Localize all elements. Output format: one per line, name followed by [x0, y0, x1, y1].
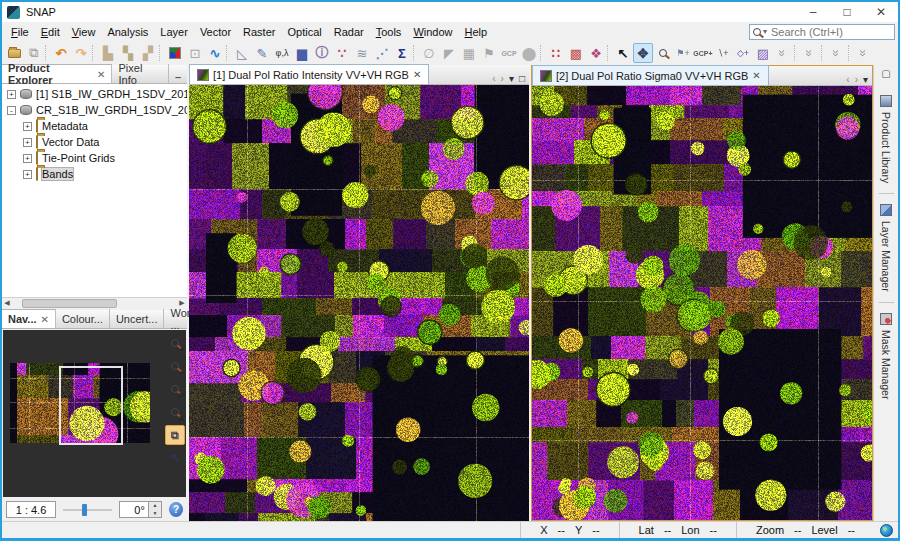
menu-tools[interactable]: Tools	[370, 24, 408, 40]
histogram-icon[interactable]: ▆	[292, 43, 312, 63]
mask-draw-icon[interactable]: ✎	[252, 43, 272, 63]
mask-overlay-icon[interactable]: ⬤	[519, 43, 539, 63]
overflow-icon[interactable]: »	[827, 43, 847, 63]
session-save-icon[interactable]: ▚	[118, 43, 138, 63]
spectrum-icon[interactable]: ≋	[352, 43, 372, 63]
redo-icon[interactable]: ↷	[71, 43, 91, 63]
close-tab-icon[interactable]: ✕	[752, 70, 760, 81]
search-dropdown-icon[interactable]: ▾	[763, 27, 767, 36]
restore-window-icon[interactable]: ▢	[881, 68, 890, 79]
session-close-icon[interactable]: ▞	[138, 43, 158, 63]
undo-icon[interactable]: ↶	[51, 43, 71, 63]
navigation-view-rectangle[interactable]	[59, 366, 123, 445]
profile-plot-icon[interactable]: ⋰	[372, 43, 392, 63]
image-view-1-canvas[interactable]	[189, 85, 529, 521]
close-button[interactable]: ✕	[864, 2, 898, 22]
menu-layer[interactable]: Layer	[154, 24, 194, 40]
select-tool-icon[interactable]: ↖	[613, 43, 633, 63]
menu-optical[interactable]: Optical	[281, 24, 327, 40]
line-tool-icon[interactable]: ∖+	[713, 43, 733, 63]
rectangle-tool-icon[interactable]: ▨	[753, 43, 773, 63]
scroll-left-arrow-icon[interactable]: ◀	[2, 299, 12, 307]
nav-tab-uncert[interactable]: Uncert...	[110, 309, 165, 328]
open-product-icon[interactable]	[4, 43, 24, 63]
dock-tab-mask-manager[interactable]: Mask Manager	[880, 305, 892, 407]
zoom-tool-icon[interactable]	[653, 43, 673, 63]
menu-radar[interactable]: Radar	[328, 24, 370, 40]
minimize-button[interactable]: –	[796, 2, 830, 22]
menu-edit[interactable]: Edit	[35, 24, 66, 40]
menu-file[interactable]: File	[5, 24, 35, 40]
nav-tab-colour[interactable]: Colour...	[56, 309, 110, 328]
help-button[interactable]: ?	[169, 502, 183, 517]
minimize-panel-icon[interactable]: –	[169, 71, 187, 83]
geometry-plot-icon[interactable]: ◺	[232, 43, 252, 63]
scroll-left-icon[interactable]: ‹	[846, 74, 849, 85]
explorer-tab-pixelinfo[interactable]: Pixel Info	[112, 64, 168, 83]
gcp-overlay-icon[interactable]: GCP	[499, 43, 519, 63]
menu-raster[interactable]: Raster	[237, 24, 281, 40]
session-open-icon[interactable]: ▙	[98, 43, 118, 63]
pin-overlay-icon[interactable]: ⚑	[479, 43, 499, 63]
scroll-left-icon[interactable]: ‹	[492, 73, 495, 84]
image-view-2-canvas[interactable]	[532, 86, 872, 520]
sync-views-button[interactable]: ⧉	[165, 425, 185, 445]
zoom-all-button[interactable]: A	[165, 402, 185, 422]
pan-tool-icon[interactable]: ✥	[633, 43, 653, 63]
open-image-view-icon[interactable]: ⊡	[185, 43, 205, 63]
tab-list-icon[interactable]: ▾	[509, 73, 514, 84]
open-rgb-image-icon[interactable]	[165, 43, 185, 63]
search-input[interactable]	[769, 25, 891, 39]
expand-icon[interactable]: +	[23, 154, 32, 163]
close-tab-icon[interactable]: ✕	[97, 69, 105, 80]
snap-to-vertex-icon[interactable]: ∷	[546, 43, 566, 63]
sync-cursor-button[interactable]: ↖	[165, 448, 185, 468]
close-tab-icon[interactable]: ✕	[41, 314, 49, 325]
wave-tool-icon[interactable]: ∿	[205, 43, 225, 63]
collapse-icon[interactable]: -	[7, 106, 16, 115]
zoom-pixel-button[interactable]: P	[165, 379, 185, 399]
zoom-in-button[interactable]: +	[165, 333, 185, 353]
menu-help[interactable]: Help	[459, 24, 494, 40]
polygon-tool-icon[interactable]: ◇+	[733, 43, 753, 63]
menu-vector[interactable]: Vector	[194, 24, 237, 40]
tree-row[interactable]: +[1] S1B_IW_GRDH_1SDV_20180828T153539_	[2, 86, 187, 102]
expand-icon[interactable]: +	[23, 122, 32, 131]
pin-tool-icon[interactable]: ⚑+	[673, 43, 693, 63]
tree-row[interactable]: +Bands	[2, 166, 187, 182]
view1-tab[interactable]: [1] Dual Pol Ratio Intensity VV+VH RGB ✕	[189, 64, 429, 84]
view2-tab[interactable]: [2] Dual Pol Ratio Sigma0 VV+VH RGB ✕	[532, 65, 769, 85]
overflow-icon[interactable]: »	[854, 43, 874, 63]
zoom-slider[interactable]	[63, 503, 112, 517]
menu-analysis[interactable]: Analysis	[101, 24, 154, 40]
graticule-overlay-icon[interactable]: ▦	[459, 43, 479, 63]
information-icon[interactable]: ⓘ	[312, 43, 332, 63]
expand-icon[interactable]: +	[23, 170, 32, 179]
geo-coding-icon[interactable]: φ,λ	[272, 43, 292, 63]
maximize-button[interactable]: □	[830, 2, 864, 22]
expand-icon[interactable]: +	[7, 90, 16, 99]
gcp-tool-icon[interactable]: GCP+	[693, 43, 713, 63]
scrollbar-thumb[interactable]	[22, 299, 117, 308]
zoom-ratio-field[interactable]	[6, 501, 56, 518]
layer-edit-icon[interactable]: ❖	[586, 43, 606, 63]
statistics-icon[interactable]: Σ	[392, 43, 412, 63]
menu-view[interactable]: View	[66, 24, 102, 40]
explorer-tab-productexplorer[interactable]: Product Explorer✕	[2, 64, 112, 83]
expand-icon[interactable]: +	[23, 138, 32, 147]
rotation-field[interactable]	[119, 501, 149, 518]
spin-up-icon[interactable]: ▲	[149, 502, 161, 510]
tree-row[interactable]: +Tie-Point Grids	[2, 150, 187, 166]
nav-tab-nav[interactable]: Nav...✕	[2, 309, 56, 328]
maximize-icon[interactable]: □	[519, 73, 525, 84]
dock-tab-product-library[interactable]: Product Library	[880, 87, 892, 191]
scroll-right-icon[interactable]: ›	[501, 73, 504, 84]
tree-row[interactable]: -CR_S1B_IW_GRDH_1SDV_20180828T153539	[2, 102, 187, 118]
spin-down-icon[interactable]: ▼	[149, 510, 161, 518]
no-data-overlay-icon[interactable]: ∅	[419, 43, 439, 63]
zoom-slider-thumb[interactable]	[82, 504, 87, 516]
zoom-out-button[interactable]: −	[165, 356, 185, 376]
scroll-right-icon[interactable]: ›	[855, 74, 858, 85]
dock-tab-layer-manager[interactable]: Layer Manager	[880, 196, 892, 300]
overflow-icon[interactable]: »	[773, 43, 793, 63]
